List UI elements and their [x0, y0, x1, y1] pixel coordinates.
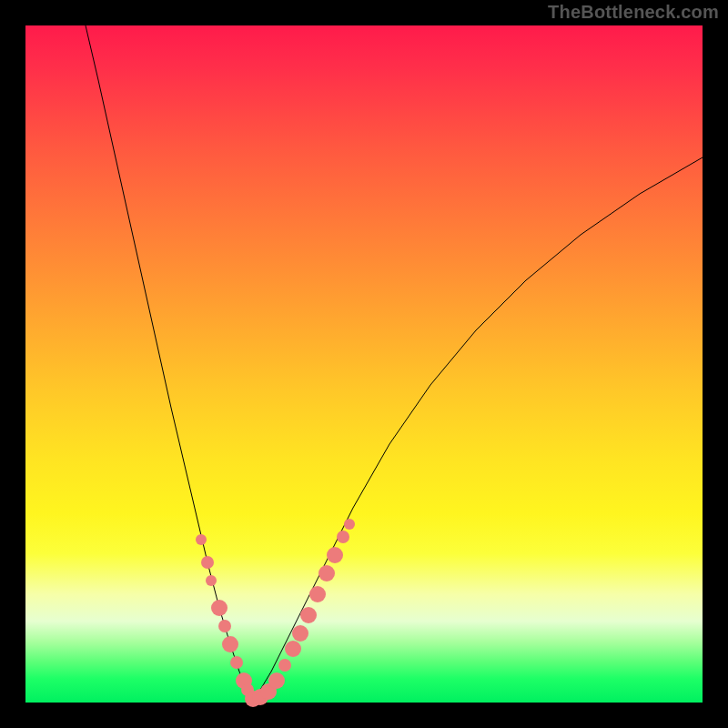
sample-dot [285, 641, 301, 657]
sample-dot [201, 556, 214, 569]
sample-dot [222, 636, 238, 652]
sample-dot [292, 625, 308, 642]
curve-svg [25, 25, 703, 703]
bottleneck-curve [86, 25, 703, 699]
sample-dot [327, 547, 343, 563]
sample-dot [268, 672, 285, 689]
watermark-text: TheBottleneck.com [548, 2, 719, 23]
sample-dot [206, 575, 217, 586]
sample-dot [230, 656, 243, 669]
sample-dot [344, 519, 355, 530]
sample-dot [318, 565, 335, 581]
sample-dot [278, 659, 291, 672]
sample-dot [218, 620, 231, 632]
plot-area [25, 25, 703, 703]
dots-group [196, 519, 355, 707]
sample-dot [211, 600, 228, 616]
sample-dot [337, 531, 349, 543]
sample-dot [196, 534, 207, 545]
chart-frame: TheBottleneck.com [0, 0, 728, 728]
sample-dot [300, 607, 317, 623]
sample-dot [309, 586, 326, 602]
